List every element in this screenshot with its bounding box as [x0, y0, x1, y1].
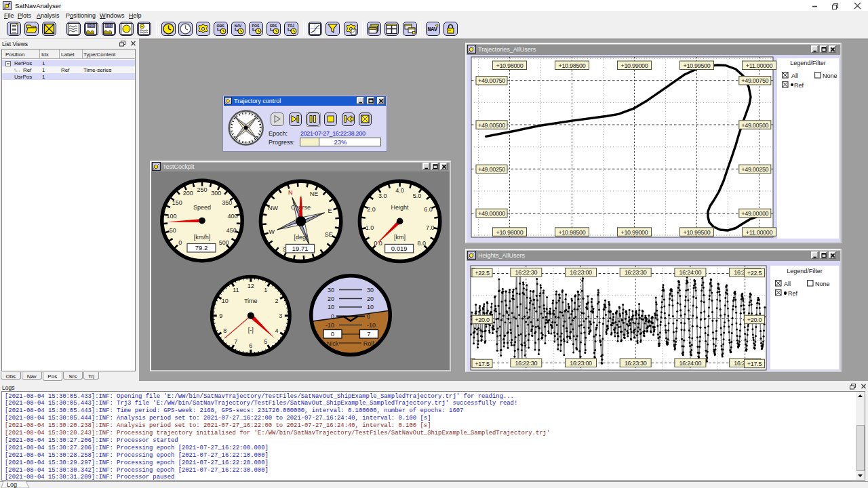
svg-text:Log: Log: [7, 481, 17, 488]
svg-text:8: 8: [223, 327, 226, 334]
svg-text:1: 1: [264, 287, 267, 293]
svg-text:10: 10: [367, 304, 374, 310]
svg-text:-10: -10: [367, 322, 376, 329]
svg-text:79.2: 79.2: [195, 244, 208, 251]
svg-text:6: 6: [249, 342, 252, 349]
svg-text:3.0: 3.0: [378, 192, 387, 199]
svg-text:[-]: [-]: [248, 327, 254, 333]
svg-text:5: 5: [264, 338, 267, 345]
svg-text:0: 0: [331, 330, 334, 338]
svg-text:Time: Time: [244, 298, 258, 304]
svg-text:150: 150: [172, 199, 182, 206]
svg-text:250: 250: [197, 186, 207, 193]
svg-text:8.0: 8.0: [418, 240, 427, 247]
svg-text:50: 50: [170, 227, 176, 234]
svg-text:NW: NW: [268, 205, 278, 211]
svg-text:7: 7: [367, 330, 370, 338]
svg-text:Height: Height: [391, 204, 410, 211]
svg-text:Speed: Speed: [193, 204, 211, 211]
svg-text:12: 12: [248, 283, 254, 289]
svg-text:7.0: 7.0: [426, 224, 435, 231]
svg-text:20: 20: [367, 296, 374, 302]
svg-text:30: 30: [367, 287, 374, 293]
svg-text:350: 350: [222, 199, 232, 206]
svg-text:11: 11: [233, 287, 239, 293]
svg-text:[deg]: [deg]: [294, 234, 308, 241]
svg-text:N: N: [288, 189, 293, 196]
svg-text:10: 10: [222, 298, 229, 304]
svg-text:5.0: 5.0: [413, 192, 422, 199]
svg-text:NE: NE: [310, 190, 319, 197]
svg-text:W: W: [269, 228, 275, 235]
svg-text:200: 200: [183, 190, 193, 197]
svg-text:4: 4: [275, 327, 278, 334]
svg-text:300: 300: [211, 190, 221, 197]
svg-text:19.71: 19.71: [292, 245, 309, 252]
svg-text:6.0: 6.0: [424, 206, 433, 213]
svg-text:7: 7: [234, 338, 237, 345]
svg-text:3: 3: [279, 312, 282, 319]
svg-text:SE: SE: [325, 231, 333, 238]
svg-text:[km/h]: [km/h]: [194, 234, 211, 241]
svg-text:2.0: 2.0: [367, 206, 376, 213]
svg-text:1.0: 1.0: [366, 224, 374, 231]
svg-text:-10: -10: [326, 322, 334, 329]
svg-text:4.0: 4.0: [395, 187, 404, 194]
svg-text:20: 20: [328, 296, 334, 302]
svg-text:2: 2: [275, 298, 278, 304]
svg-text:0: 0: [367, 313, 370, 320]
svg-text:0: 0: [178, 239, 182, 246]
svg-text:30: 30: [328, 287, 334, 293]
svg-text:0.0: 0.0: [374, 240, 382, 247]
svg-text:9: 9: [219, 312, 222, 319]
svg-text:400: 400: [227, 213, 237, 220]
svg-text:Roll: Roll: [363, 340, 374, 347]
svg-text:450: 450: [226, 227, 237, 234]
svg-text:500: 500: [219, 239, 229, 246]
svg-text:E: E: [328, 207, 332, 214]
svg-text:10: 10: [328, 304, 334, 310]
svg-text:100: 100: [167, 213, 177, 220]
svg-text:0.019: 0.019: [391, 245, 408, 252]
svg-text:[km]: [km]: [394, 234, 406, 241]
svg-text:0: 0: [331, 313, 334, 320]
